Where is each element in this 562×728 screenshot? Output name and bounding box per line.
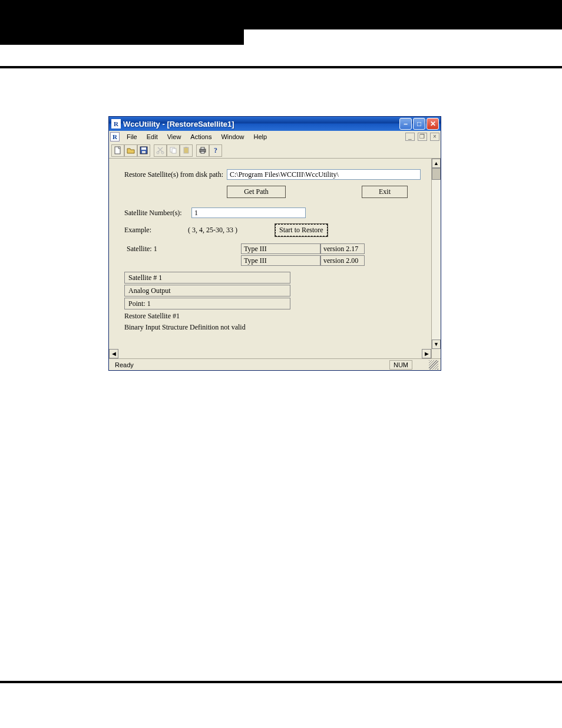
new-button[interactable] (111, 144, 124, 157)
info-satellite (124, 255, 241, 266)
menu-view[interactable]: View (163, 132, 186, 141)
cut-button[interactable] (154, 144, 167, 157)
save-button[interactable] (137, 144, 150, 157)
mdi-controls: _ ❐ × (404, 133, 439, 141)
svg-rect-11 (201, 147, 204, 149)
page-black-box (0, 22, 244, 45)
svg-rect-9 (185, 147, 187, 148)
mdi-restore-button[interactable]: ❐ (418, 133, 427, 141)
info-type: Type III (241, 255, 320, 266)
copy-button[interactable] (167, 144, 180, 157)
cut-icon (156, 146, 164, 154)
copy-icon (169, 146, 177, 154)
page-hr (0, 66, 562, 68)
info-satellite: Satellite: 1 (124, 243, 241, 254)
page-hr-bottom (0, 681, 562, 683)
svg-rect-7 (172, 149, 176, 153)
resize-grip-icon[interactable] (429, 360, 438, 370)
log-line: Binary Input Structure Definition not va… (124, 323, 421, 332)
get-path-button[interactable]: Get Path (227, 186, 286, 198)
horizontal-scrollbar[interactable]: ◀ ▶ (109, 349, 441, 358)
info-version: version 2.17 (320, 243, 365, 254)
vertical-scrollbar[interactable]: ▲ ▼ (431, 159, 441, 349)
svg-rect-8 (184, 147, 189, 153)
app-icon: R (111, 119, 121, 129)
info-row: Satellite: 1 Type III version 2.17 (124, 243, 421, 254)
scroll-up-icon[interactable]: ▲ (432, 159, 441, 168)
scroll-right-icon[interactable]: ▶ (422, 349, 431, 358)
menu-actions[interactable]: Actions (186, 132, 216, 141)
scroll-left-icon[interactable]: ◀ (109, 349, 118, 358)
log-line: Satellite # 1 (124, 272, 290, 284)
paste-icon (182, 146, 190, 154)
mdi-close-button[interactable]: × (430, 133, 439, 141)
save-icon (140, 146, 148, 154)
restore-path-label: Restore Satellite(s) from disk path: (124, 170, 223, 179)
app-window: R WccUtility - [RestoreSatellite1] – □ ✕… (108, 116, 441, 371)
scroll-thumb[interactable] (432, 168, 441, 180)
scroll-track-h[interactable] (118, 349, 422, 358)
scroll-down-icon[interactable]: ▼ (432, 340, 441, 349)
toolbar: ? (109, 143, 441, 158)
window-title: WccUtility - [RestoreSatellite1] (123, 120, 398, 129)
svg-rect-12 (201, 151, 204, 153)
minimize-button[interactable]: – (399, 118, 412, 130)
print-button[interactable] (196, 144, 209, 157)
satnum-input[interactable] (191, 207, 306, 218)
svg-rect-0 (115, 147, 120, 154)
menu-file[interactable]: File (122, 132, 142, 141)
menu-window[interactable]: Window (216, 132, 249, 141)
info-type: Type III (241, 243, 320, 254)
menu-edit[interactable]: Edit (142, 132, 163, 141)
start-restore-button[interactable]: Start to Restore (275, 224, 328, 236)
exit-button[interactable]: Exit (362, 186, 408, 198)
menubar: R File Edit View Actions Window Help _ ❐… (109, 131, 441, 143)
content-area: Restore Satellite(s) from disk path: Get… (109, 159, 431, 349)
scroll-corner (431, 349, 441, 358)
info-row: Type III version 2.00 (124, 255, 421, 266)
example-value: ( 3, 4, 25-30, 33 ) (188, 226, 275, 235)
titlebar[interactable]: R WccUtility - [RestoreSatellite1] – □ ✕ (109, 117, 441, 131)
satnum-label: Satellite Number(s): (124, 209, 188, 218)
mdi-minimize-button[interactable]: _ (405, 133, 415, 141)
scroll-track[interactable] (432, 180, 441, 340)
log-line: Point: 1 (124, 298, 290, 309)
maximize-button[interactable]: □ (413, 118, 425, 130)
open-button[interactable] (124, 144, 137, 157)
log-line: Restore Satellite #1 (124, 312, 421, 321)
help-button[interactable]: ? (209, 144, 222, 157)
log-line: Analog Output (124, 285, 290, 297)
statusbar: Ready NUM (109, 358, 441, 370)
svg-rect-2 (141, 147, 146, 150)
restore-path-input[interactable] (227, 169, 421, 180)
close-button[interactable]: ✕ (427, 118, 439, 130)
example-label: Example: (124, 226, 188, 235)
open-icon (127, 146, 135, 154)
print-icon (199, 146, 207, 154)
svg-rect-3 (142, 151, 146, 153)
paste-button[interactable] (180, 144, 193, 157)
status-ready: Ready (111, 361, 389, 369)
info-version: version 2.00 (320, 255, 365, 266)
doc-icon: R (110, 132, 120, 141)
menu-help[interactable]: Help (249, 132, 272, 141)
help-icon: ? (214, 146, 217, 155)
new-icon (114, 146, 122, 154)
status-num: NUM (389, 360, 412, 370)
